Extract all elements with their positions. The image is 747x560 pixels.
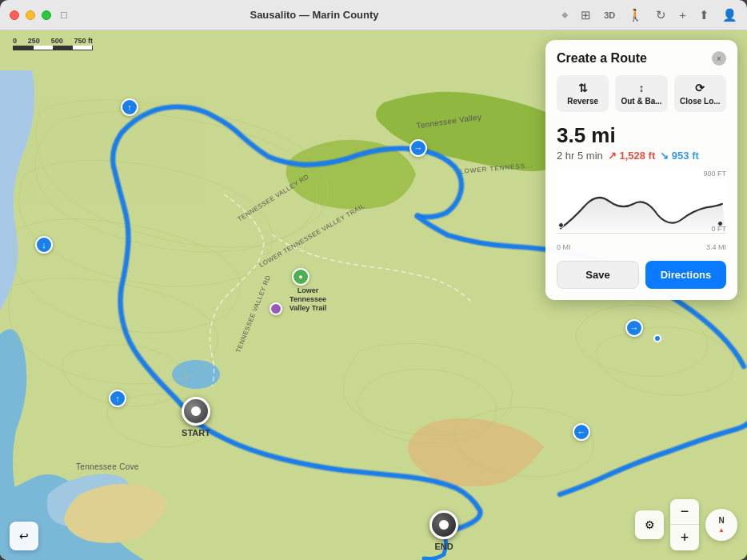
end-marker[interactable]: END [429,510,458,551]
route-arrow-3: ↓ [35,236,53,254]
scale-750: 750 ft [74,37,93,45]
scale-0: 0 [13,37,17,45]
account-icon[interactable]: 👤 [722,8,737,22]
filter-button[interactable]: ⚙ [635,510,664,539]
back-button[interactable]: ↩ [10,522,38,550]
panel-title: Create a Route [557,51,647,66]
panel-actions: ⇅ Reverse ↕ Out & Ba... ⟳ Close Lo... [557,75,726,112]
zoom-controls: − + [670,499,699,550]
close-loop-label: Close Lo... [680,97,721,106]
person-icon[interactable]: 🚶 [628,8,643,22]
scale-250: 250 [28,37,40,45]
out-back-button[interactable]: ↕ Out & Ba... [615,75,667,112]
route-stats: 3.5 mi 2 hr 5 min ↗ 1,528 ft ↘ 953 ft [557,123,726,162]
directions-button[interactable]: Directions [645,261,726,289]
elev-end-x: 3.4 MI [706,243,726,251]
route-distance: 3.5 mi [557,123,726,148]
compass-label: N▲ [718,516,725,534]
elevation-up: ↗ 1,528 ft [608,150,655,162]
elevation-chart: 900 FT 0 FT [557,170,726,234]
location-icon[interactable]: ⌖ [561,8,568,22]
scale-500: 500 [51,37,63,45]
share-icon[interactable]: ⬆ [699,8,709,22]
elev-start-x: 0 MI [557,243,571,251]
close-button[interactable] [10,10,19,20]
route-arrow-2: → [409,139,427,157]
save-button[interactable]: Save [557,261,639,289]
scale-numbers: 0 250 500 750 ft [13,37,93,45]
zoom-out-button[interactable]: + [670,525,699,550]
reverse-button[interactable]: ⇅ Reverse [557,75,609,112]
refresh-icon[interactable]: ↻ [656,8,666,22]
poi-marker[interactable]: ● [292,268,310,286]
close-loop-button[interactable]: ⟳ Close Lo... [674,75,726,112]
compass-button[interactable]: N▲ [705,509,737,541]
reverse-label: Reverse [567,97,598,106]
end-label: END [434,542,453,551]
route-point-right [653,334,661,342]
app-window: □ Sausalito — Marin County ⌖ ⊞ 3D 🚶 ↻ + … [0,0,747,560]
start-marker[interactable]: START [182,397,210,438]
traffic-lights [10,10,51,20]
elev-max-label: 900 FT [703,170,726,178]
panel-buttons: Save Directions [557,261,726,289]
reverse-icon: ⇅ [578,82,588,94]
maximize-button[interactable] [42,10,51,20]
scale-line [13,46,93,50]
route-arrow-5: ← [573,423,590,441]
map-container[interactable]: Tennessee Valley LOWER TENNESS... TENNES… [0,30,747,560]
elevation-chart-svg [557,170,726,233]
elevation-down: ↘ 953 ft [660,150,699,162]
layers-icon[interactable]: ⊞ [581,8,591,22]
start-label: START [182,428,210,438]
elev-start-dot [558,222,564,228]
3d-icon[interactable]: 3D [604,10,615,20]
elev-zero-label: 0 FT [711,225,726,233]
route-arrow-6: → [625,319,643,337]
window-title: Sausalito — Marin County [67,9,561,21]
toolbar-icons: ⌖ ⊞ 3D 🚶 ↻ + ⬆ 👤 [561,8,737,22]
out-back-icon: ↕ [638,82,644,94]
panel-header: Create a Route × [557,51,726,66]
poi-label: Lower TennesseeValley Trail [280,286,336,312]
elev-x-labels: 0 MI 3.4 MI [557,243,726,251]
route-panel: Create a Route × ⇅ Reverse ↕ Out & Ba...… [545,40,737,300]
close-loop-icon: ⟳ [695,82,705,94]
route-time: 2 hr 5 min ↗ 1,528 ft ↘ 953 ft [557,150,726,162]
plus-icon[interactable]: + [679,8,686,22]
out-back-label: Out & Ba... [621,97,661,106]
time-value: 2 hr 5 min [557,150,603,162]
minimize-button[interactable] [26,10,35,20]
titlebar: □ Sausalito — Marin County ⌖ ⊞ 3D 🚶 ↻ + … [0,0,747,30]
route-arrow-1: ↑ [121,98,138,116]
close-panel-button[interactable]: × [712,51,726,66]
purple-marker [270,302,282,315]
route-arrow-4: ↑ [109,390,126,407]
window-icon: □ [61,9,67,21]
scale-bar: 0 250 500 750 ft [13,37,93,50]
zoom-in-button[interactable]: − [670,499,699,525]
